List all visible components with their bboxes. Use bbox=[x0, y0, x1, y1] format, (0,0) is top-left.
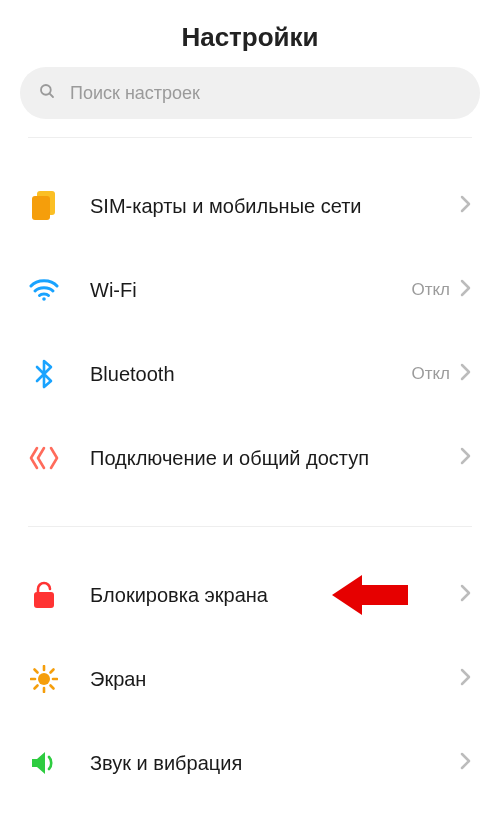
row-label: Блокировка экрана bbox=[90, 584, 460, 607]
search-icon bbox=[38, 82, 56, 104]
chevron-right-icon bbox=[460, 583, 472, 607]
chevron-right-icon bbox=[460, 446, 472, 470]
speaker-icon bbox=[28, 747, 60, 779]
row-tether[interactable]: Подключение и общий доступ bbox=[0, 416, 500, 500]
row-label: Подключение и общий доступ bbox=[90, 447, 460, 470]
row-display[interactable]: Экран bbox=[0, 637, 500, 721]
search-container bbox=[0, 67, 500, 137]
wifi-icon bbox=[28, 274, 60, 306]
tether-icon bbox=[28, 442, 60, 474]
row-label: Wi-Fi bbox=[90, 279, 411, 302]
search-input[interactable] bbox=[70, 83, 462, 104]
bluetooth-icon bbox=[28, 358, 60, 390]
chevron-right-icon bbox=[460, 751, 472, 775]
row-label: Звук и вибрация bbox=[90, 752, 460, 775]
svg-line-12 bbox=[35, 670, 38, 673]
chevron-right-icon bbox=[460, 362, 472, 386]
svg-line-13 bbox=[51, 686, 54, 689]
svg-line-1 bbox=[49, 93, 53, 97]
svg-line-14 bbox=[35, 686, 38, 689]
sun-icon bbox=[28, 663, 60, 695]
svg-line-15 bbox=[51, 670, 54, 673]
row-status: Откл bbox=[411, 280, 450, 300]
svg-rect-3 bbox=[32, 196, 50, 220]
row-label: Bluetooth bbox=[90, 363, 411, 386]
row-notifications[interactable]: Уведомления bbox=[0, 805, 500, 832]
row-bluetooth[interactable]: Bluetooth Откл bbox=[0, 332, 500, 416]
chevron-right-icon bbox=[460, 667, 472, 691]
row-label: Экран bbox=[90, 668, 460, 691]
row-status: Откл bbox=[411, 364, 450, 384]
row-label: SIM-карты и мобильные сети bbox=[90, 195, 460, 218]
page-title: Настройки bbox=[0, 0, 500, 67]
row-sim[interactable]: SIM-карты и мобильные сети bbox=[0, 164, 500, 248]
lock-icon bbox=[28, 579, 60, 611]
row-wifi[interactable]: Wi-Fi Откл bbox=[0, 248, 500, 332]
chevron-right-icon bbox=[460, 194, 472, 218]
row-sound[interactable]: Звук и вибрация bbox=[0, 721, 500, 805]
svg-rect-5 bbox=[34, 592, 54, 608]
svg-point-4 bbox=[42, 297, 46, 301]
row-lock-screen[interactable]: Блокировка экрана bbox=[0, 553, 500, 637]
search-bar[interactable] bbox=[20, 67, 480, 119]
chevron-right-icon bbox=[460, 278, 472, 302]
settings-screen: Настройки SIM-карты и мобильные сети bbox=[0, 0, 500, 832]
svg-point-7 bbox=[38, 673, 50, 685]
sim-card-icon bbox=[28, 190, 60, 222]
